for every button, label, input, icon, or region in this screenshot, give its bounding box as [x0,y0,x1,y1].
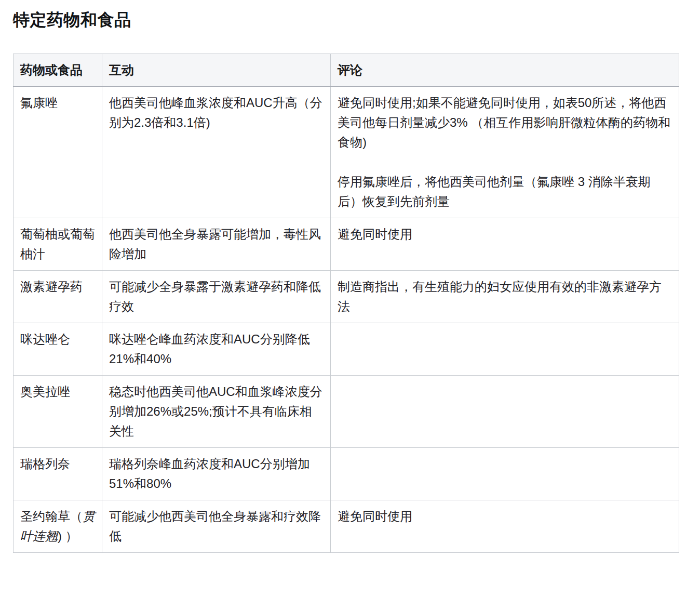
table-header: 药物或食品 互动 评论 [14,54,679,87]
cell-drug: 咪达唑仑 [14,323,102,376]
cell-comment [331,323,679,376]
table-row-repaglinide: 瑞格列奈 瑞格列奈峰血药浓度和AUC分别增加51%和80% [14,448,679,500]
cell-comment [331,376,679,448]
cell-drug: 圣约翰草（贯叶连翘) ） [14,500,102,553]
cell-interaction: 可能减少他西美司他全身暴露和疗效降低 [102,500,331,553]
cell-drug: 瑞格列奈 [14,448,102,500]
column-header-drug-or-food: 药物或食品 [14,54,102,87]
cell-interaction: 瑞格列奈峰血药浓度和AUC分别增加51%和80% [102,448,331,500]
comment-paragraph: 停用氟康唑后，将他西美司他剂量（氟康唑 3 消除半衰期后）恢复到先前剂量 [338,172,672,211]
cell-comment: 避免同时使用;如果不能避免同时使用，如表50所述，将他西美司他每日剂量减少3% … [331,87,679,218]
table-row-hormonal-contraceptives: 激素避孕药 可能减少全身暴露于激素避孕药和降低疗效 制造商指出，有生殖能力的妇女… [14,271,679,323]
cell-drug: 葡萄柚或葡萄柚汁 [14,218,102,271]
document-page: 特定药物和食品 药物或食品 互动 评论 氟康唑 他西美司他峰血浆浓度和AUC升高… [0,0,700,597]
drug-interaction-table: 药物或食品 互动 评论 氟康唑 他西美司他峰血浆浓度和AUC升高（分别为2.3倍… [13,54,679,553]
cell-drug: 氟康唑 [14,87,102,218]
cell-interaction: 稳态时他西美司他AUC和血浆峰浓度分别增加26%或25%;预计不具有临床相关性 [102,376,331,448]
cell-comment: 制造商指出，有生殖能力的妇女应使用有效的非激素避孕方法 [331,271,679,323]
cell-drug: 激素避孕药 [14,271,102,323]
cell-comment: 避免同时使用 [331,218,679,271]
table-row-omeprazole: 奥美拉唑 稳态时他西美司他AUC和血浆峰浓度分别增加26%或25%;预计不具有临… [14,376,679,448]
table-body: 氟康唑 他西美司他峰血浆浓度和AUC升高（分别为2.3倍和3.1倍) 避免同时使… [14,87,679,553]
cell-interaction: 可能减少全身暴露于激素避孕药和降低疗效 [102,271,331,323]
cell-interaction: 他西美司他全身暴露可能增加，毒性风险增加 [102,218,331,271]
cell-comment: 避免同时使用 [331,500,679,553]
table-row-st-johns-wort: 圣约翰草（贯叶连翘) ） 可能减少他西美司他全身暴露和疗效降低 避免同时使用 [14,500,679,553]
cell-drug: 奥美拉唑 [14,376,102,448]
cell-interaction: 咪达唑仑峰血药浓度和AUC分别降低21%和40% [102,323,331,376]
header-row: 药物或食品 互动 评论 [14,54,679,87]
drug-name-part: 圣约翰草（ [20,509,83,523]
column-header-interaction: 互动 [102,54,331,87]
drug-name-part: ) ） [58,529,78,543]
cell-comment [331,448,679,500]
table-row-grapefruit: 葡萄柚或葡萄柚汁 他西美司他全身暴露可能增加，毒性风险增加 避免同时使用 [14,218,679,271]
table-row-fluconazole: 氟康唑 他西美司他峰血浆浓度和AUC升高（分别为2.3倍和3.1倍) 避免同时使… [14,87,679,218]
column-header-comments: 评论 [331,54,679,87]
page-title: 特定药物和食品 [13,8,700,31]
comment-paragraph: 避免同时使用;如果不能避免同时使用，如表50所述，将他西美司他每日剂量减少3% … [338,93,672,152]
table-row-midazolam: 咪达唑仑 咪达唑仑峰血药浓度和AUC分别降低21%和40% [14,323,679,376]
cell-interaction: 他西美司他峰血浆浓度和AUC升高（分别为2.3倍和3.1倍) [102,87,331,218]
